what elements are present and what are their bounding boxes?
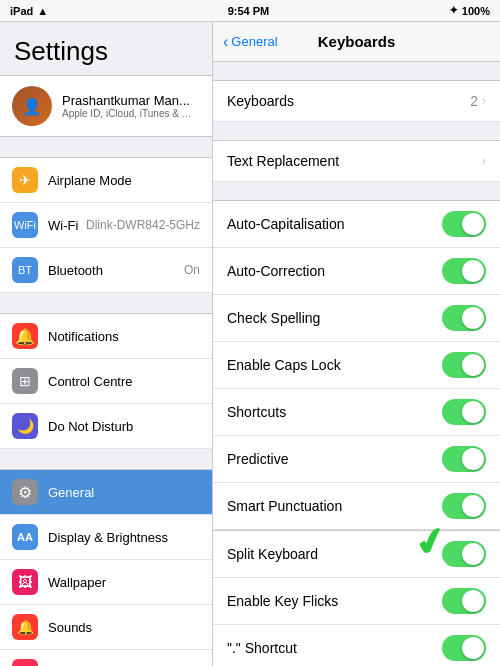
siri-icon: ◉ [12, 659, 38, 666]
autocapitalisation-row: Auto-Capitalisation [213, 200, 500, 248]
sidebar-item-general[interactable]: ⚙ General [0, 469, 212, 515]
main-layout: Settings 👤 Prashantkumar Man... Apple ID… [0, 22, 500, 666]
sidebar-item-label: Display & Brightness [48, 530, 200, 545]
checkspelling-label: Check Spelling [227, 310, 442, 326]
sidebar-title: Settings [0, 22, 212, 75]
settings-group-toggles: Auto-Capitalisation Auto-Correction Chec… [213, 200, 500, 666]
settings-group-textreplacement: Text Replacement › [213, 140, 500, 182]
wifi-network-value: Dlink-DWR842-5GHz [86, 218, 200, 232]
predictive-toggle[interactable] [442, 446, 486, 472]
wifi-icon: ▲ [37, 5, 48, 17]
keyboards-chevron-icon: › [482, 94, 486, 108]
display-icon: AA [12, 524, 38, 550]
autocorrection-toggle[interactable] [442, 258, 486, 284]
autocapitalisation-label: Auto-Capitalisation [227, 216, 442, 232]
sidebar-item-display[interactable]: AA Display & Brightness [0, 515, 212, 560]
autocorrection-row: Auto-Correction [213, 248, 500, 295]
wifi-icon: WiFi [12, 212, 38, 238]
predictive-label: Predictive [227, 451, 442, 467]
textreplacement-chevron-icon: › [482, 154, 486, 168]
settings-group-keyboards: Keyboards 2 › [213, 80, 500, 122]
enablecapslock-toggle[interactable] [442, 352, 486, 378]
autocapitalisation-toggle[interactable] [442, 211, 486, 237]
sidebar-item-label: Wi-Fi [48, 218, 86, 233]
general-icon: ⚙ [12, 479, 38, 505]
profile-name: Prashantkumar Man... [62, 93, 192, 108]
splitkeyboard-wrapper: Split Keyboard ✔ [213, 530, 500, 578]
enablekeyflicks-toggle[interactable] [442, 588, 486, 614]
status-right: ✦ 100% [449, 4, 490, 17]
status-bar: iPad ▲ 9:54 PM ✦ 100% [0, 0, 500, 22]
autocorrection-label: Auto-Correction [227, 263, 442, 279]
sidebar-item-notifications[interactable]: 🔔 Notifications [0, 313, 212, 359]
avatar: 👤 [12, 86, 52, 126]
sidebar-item-label: Notifications [48, 329, 200, 344]
shortcuts-row: Shortcuts [213, 389, 500, 436]
sidebar-item-airplane[interactable]: ✈ Airplane Mode [0, 157, 212, 203]
sidebar-item-label: Control Centre [48, 374, 200, 389]
sidebar-item-bluetooth[interactable]: BT Bluetooth On [0, 248, 212, 293]
profile-info: Prashantkumar Man... Apple ID, iCloud, i… [62, 93, 192, 119]
periodshortcut-row: "." Shortcut [213, 625, 500, 666]
sidebar-item-wallpaper[interactable]: 🖼 Wallpaper [0, 560, 212, 605]
enablekeyflicks-label: Enable Key Flicks [227, 593, 442, 609]
device-label: iPad [10, 5, 33, 17]
periodshortcut-label: "." Shortcut [227, 640, 442, 656]
sidebar-item-label: General [48, 485, 200, 500]
back-label: General [231, 34, 277, 49]
content-title: Keyboards [318, 33, 396, 50]
content-wrapper: Keyboards 2 › Text Replacement › Auto-Ca… [213, 80, 500, 666]
checkspelling-toggle[interactable] [442, 305, 486, 331]
enablekeyflicks-row: Enable Key Flicks [213, 578, 500, 625]
content-area: ‹ General Keyboards Keyboards 2 › Text R… [213, 22, 500, 666]
content-header: ‹ General Keyboards [213, 22, 500, 62]
wallpaper-icon: 🖼 [12, 569, 38, 595]
sidebar-item-label: Sounds [48, 620, 200, 635]
sidebar-item-label: Wallpaper [48, 575, 200, 590]
sidebar-item-label: Do Not Disturb [48, 419, 200, 434]
keyboards-value: 2 [470, 93, 478, 109]
shortcuts-toggle[interactable] [442, 399, 486, 425]
shortcuts-label: Shortcuts [227, 404, 442, 420]
keyboards-label: Keyboards [227, 93, 470, 109]
smartpunctuation-label: Smart Punctuation [227, 498, 442, 514]
sidebar-item-label: Airplane Mode [48, 173, 200, 188]
predictive-row: Predictive [213, 436, 500, 483]
sidebar-section-general: ⚙ General AA Display & Brightness 🖼 Wall… [0, 469, 212, 666]
donotdisturb-icon: 🌙 [12, 413, 38, 439]
sounds-icon: 🔔 [12, 614, 38, 640]
status-left: iPad ▲ [10, 5, 48, 17]
sidebar-section-connectivity: ✈ Airplane Mode WiFi Wi-Fi Dlink-DWR842-… [0, 157, 212, 293]
notifications-icon: 🔔 [12, 323, 38, 349]
sidebar-item-label: Bluetooth [48, 263, 184, 278]
sidebar-item-donotdisturb[interactable]: 🌙 Do Not Disturb [0, 404, 212, 449]
periodshortcut-toggle[interactable] [442, 635, 486, 661]
smartpunctuation-toggle[interactable] [442, 493, 486, 519]
keyboards-row[interactable]: Keyboards 2 › [213, 80, 500, 122]
textreplacement-row[interactable]: Text Replacement › [213, 140, 500, 182]
enablecapslock-label: Enable Caps Lock [227, 357, 442, 373]
enablecapslock-row: Enable Caps Lock [213, 342, 500, 389]
bluetooth-icon: ✦ [449, 4, 458, 17]
splitkeyboard-label: Split Keyboard [227, 546, 442, 562]
sidebar-profile[interactable]: 👤 Prashantkumar Man... Apple ID, iCloud,… [0, 75, 212, 137]
smartpunctuation-row: Smart Punctuation [213, 483, 500, 530]
profile-sub: Apple ID, iCloud, iTunes & App St... [62, 108, 192, 119]
controlcentre-icon: ⊞ [12, 368, 38, 394]
sidebar-item-controlcentre[interactable]: ⊞ Control Centre [0, 359, 212, 404]
textreplacement-label: Text Replacement [227, 153, 482, 169]
back-chevron-icon: ‹ [223, 33, 228, 51]
sidebar-item-wifi[interactable]: WiFi Wi-Fi Dlink-DWR842-5GHz [0, 203, 212, 248]
sidebar-item-siri[interactable]: ◉ Siri & Search [0, 650, 212, 666]
bluetooth-value: On [184, 263, 200, 277]
status-time: 9:54 PM [228, 5, 270, 17]
sidebar: Settings 👤 Prashantkumar Man... Apple ID… [0, 22, 213, 666]
checkspelling-row: Check Spelling [213, 295, 500, 342]
sidebar-item-sounds[interactable]: 🔔 Sounds [0, 605, 212, 650]
back-button[interactable]: ‹ General [223, 33, 278, 51]
airplane-icon: ✈ [12, 167, 38, 193]
battery-label: 100% [462, 5, 490, 17]
bluetooth-icon: BT [12, 257, 38, 283]
sidebar-section-notifications: 🔔 Notifications ⊞ Control Centre 🌙 Do No… [0, 313, 212, 449]
splitkeyboard-toggle[interactable] [442, 541, 486, 567]
